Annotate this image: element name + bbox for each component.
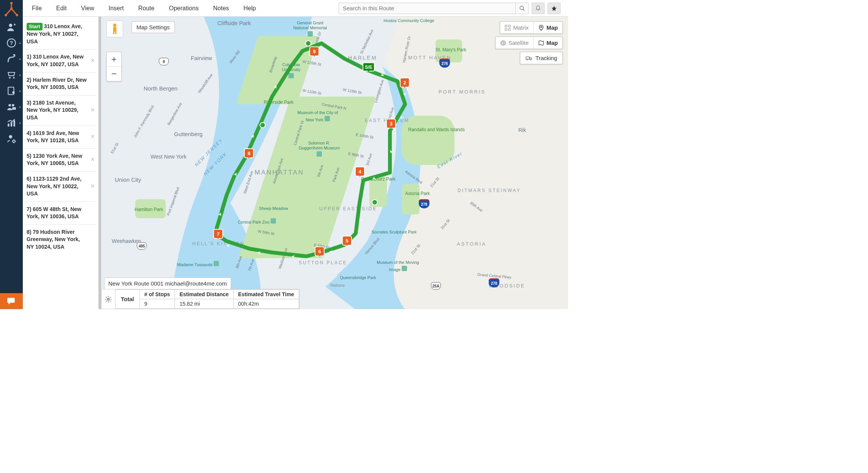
stop-card[interactable]: 1) 310 Lenox Ave, New York, NY 10027, US… [25, 49, 96, 72]
svg-rect-46 [505, 25, 507, 27]
chevron-right-icon: ▸ [19, 121, 21, 125]
stop-card[interactable]: 2) Harlem River Dr, New York, NY 10035, … [25, 73, 96, 95]
matrix-view-button[interactable]: Matrix [500, 22, 534, 33]
stop-card[interactable]: 7) 605 W 48th St, New York, NY 10036, US… [25, 202, 96, 225]
menu-route[interactable]: Route [138, 5, 155, 12]
stops-panel[interactable]: Start310 Lenox Ave, New York, NY 10027, … [23, 17, 99, 309]
stop-marker[interactable]: 2 [400, 78, 410, 87]
svg-rect-49 [508, 29, 510, 30]
svg-line-2 [11, 9, 17, 15]
search-input[interactable] [339, 5, 515, 11]
nav-team[interactable]: ▸ [0, 99, 23, 115]
nav-help[interactable]: ?▸ [0, 35, 23, 51]
satellite-layer-button[interactable]: Satellite [496, 37, 534, 49]
col-distance: Estimated Distance [175, 290, 233, 299]
user-gear-icon [6, 134, 16, 144]
stop-marker[interactable]: 6 [315, 246, 325, 256]
nav-routes[interactable]: ▸ [0, 51, 23, 67]
zoom-in-button[interactable]: + [107, 52, 121, 67]
streetview-pegman[interactable] [106, 21, 123, 37]
topbar: File Edit View Insert Route Operations N… [23, 0, 568, 17]
zoom-out-button[interactable]: − [107, 67, 121, 81]
svg-point-6 [10, 8, 13, 10]
stop-marker[interactable]: 5 [342, 236, 352, 246]
map-layer-button[interactable]: Map [534, 37, 562, 49]
stop-marker[interactable]: 8 [244, 148, 254, 158]
stop-card[interactable]: 8) 79 Hudson River Greenway, New York, N… [25, 225, 96, 255]
svg-line-23 [523, 9, 524, 11]
gear-icon [105, 295, 112, 303]
pegman-icon [110, 23, 120, 35]
svg-point-5 [16, 14, 18, 16]
start-stop[interactable]: Start310 Lenox Ave, New York, NY 10027, … [25, 19, 96, 49]
svg-text:➤: ➤ [402, 92, 407, 97]
svg-rect-45 [115, 31, 116, 34]
route-settings-button[interactable] [101, 289, 115, 309]
svg-point-15 [12, 104, 14, 106]
app-logo [0, 0, 23, 19]
svg-rect-17 [8, 124, 9, 127]
svg-rect-44 [113, 31, 114, 34]
svg-point-57 [108, 298, 109, 300]
remove-stop-button[interactable]: × [90, 155, 95, 165]
val-stops: 9 [139, 299, 175, 309]
svg-text:?: ? [10, 40, 13, 46]
val-distance: 15.82 mi [175, 299, 233, 309]
remove-stop-button[interactable]: × [90, 132, 95, 142]
stop-card[interactable]: 3) 2180 1st Avenue, New York, NY 10029, … [25, 95, 96, 126]
tracking-button[interactable]: Tracking [520, 52, 563, 64]
zoom-control: + − [106, 52, 122, 81]
svg-rect-43 [113, 27, 117, 32]
svg-point-11 [13, 77, 14, 78]
menu-insert[interactable]: Insert [109, 5, 124, 12]
menu-notes[interactable]: Notes [213, 5, 229, 12]
chevron-right-icon: ▸ [19, 73, 21, 77]
svg-point-7 [9, 24, 13, 27]
val-time: 00h:42m [233, 299, 299, 309]
cart-icon [6, 70, 16, 80]
svg-rect-19 [13, 121, 15, 127]
stop-card[interactable]: 4) 1619 3rd Ave, New York, NY 10128, USA… [25, 126, 96, 149]
map-icon [538, 40, 544, 46]
map-container: ➤ ➤ ➤ ➤ ➤ ➤ ➤ ➤ ➤ ➤ ➤ ➤ ➤ [99, 17, 568, 309]
menu-operations[interactable]: Operations [169, 5, 198, 12]
route-arrow-icon [6, 54, 16, 64]
remove-stop-button[interactable]: × [90, 56, 95, 65]
grid-icon [505, 25, 511, 31]
chat-button[interactable] [0, 293, 23, 309]
svg-point-39 [306, 41, 311, 46]
favorite-button[interactable] [548, 3, 561, 14]
team-icon [6, 102, 16, 112]
remove-stop-button[interactable]: × [90, 106, 95, 115]
remove-stop-button[interactable]: × [90, 182, 95, 191]
map-view-button[interactable]: Map [534, 22, 562, 33]
svg-point-41 [372, 200, 377, 205]
menu-help[interactable]: Help [244, 5, 256, 12]
nav-addressbook[interactable]: ▸ [0, 83, 23, 99]
search-button[interactable] [515, 3, 528, 14]
stop-card[interactable]: 5) 1230 York Ave, New York, NY 10065, US… [25, 149, 96, 171]
nav-settings[interactable] [0, 131, 23, 147]
nav-add-user[interactable] [0, 19, 23, 35]
notifications-button[interactable] [532, 3, 545, 14]
col-stops: # of Stops [139, 290, 175, 299]
stop-card[interactable]: 6) 1123-1129 2nd Ave, New York, NY 10022… [25, 171, 96, 202]
nav-sidebar: ?▸ ▸ ▸ ▸ ▸ ▸ [0, 0, 23, 309]
svg-rect-18 [11, 122, 12, 127]
stop-marker[interactable]: 9 [309, 46, 319, 56]
chat-icon [6, 296, 16, 306]
menu-file[interactable]: File [32, 5, 42, 12]
nav-orders[interactable]: ▸ [0, 67, 23, 83]
stop-marker[interactable]: 3 [386, 119, 396, 129]
marker-start-end[interactable]: S/E [363, 62, 375, 71]
map-canvas[interactable]: ➤ ➤ ➤ ➤ ➤ ➤ ➤ ➤ ➤ ➤ ➤ ➤ ➤ [101, 17, 568, 309]
nav-analytics[interactable]: ▸ [0, 115, 23, 131]
stop-marker[interactable]: 7 [213, 229, 223, 239]
menu-view[interactable]: View [81, 5, 94, 12]
search-icon [519, 5, 525, 11]
chart-icon [6, 118, 16, 128]
svg-point-50 [540, 26, 542, 28]
map-settings-button[interactable]: Map Settings [131, 21, 175, 33]
menu-edit[interactable]: Edit [56, 5, 67, 12]
stop-marker[interactable]: 4 [355, 167, 365, 176]
